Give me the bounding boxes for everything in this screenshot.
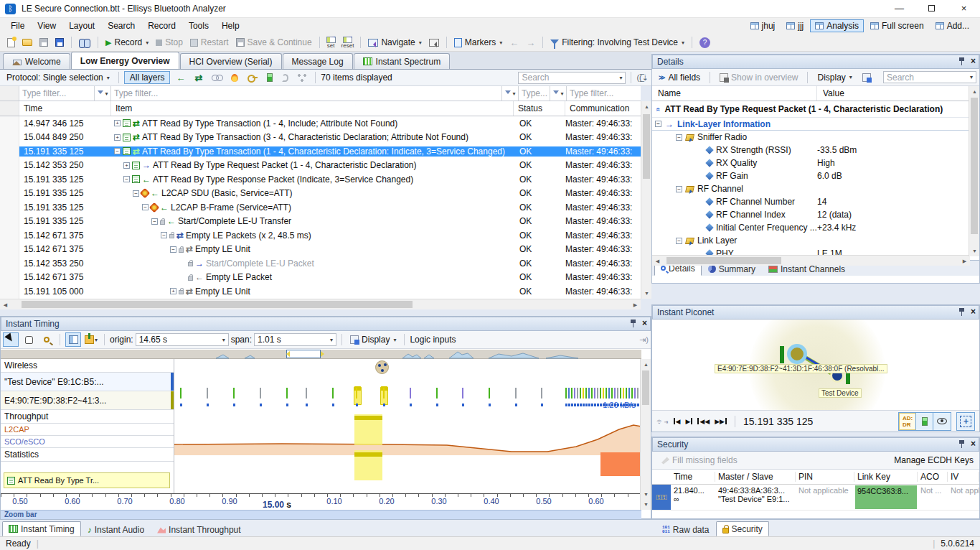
column-header-status[interactable]: Status: [514, 101, 565, 116]
table-row[interactable]: 15.191 335 125 − ← L2CAP SDU (Basic, Ser…: [0, 187, 641, 201]
menu-item[interactable]: Layout: [62, 19, 101, 32]
timing-lane-label[interactable]: SCO/eSCO: [1, 436, 174, 448]
expand-toggle-icon[interactable]: +: [114, 134, 121, 141]
expand-toggle-icon[interactable]: −: [676, 134, 682, 141]
save-as-button[interactable]: [52, 37, 67, 48]
panel-close-icon[interactable]: ×: [642, 318, 647, 328]
details-row[interactable]: − Sniffer Radio: [652, 131, 979, 144]
expand-toggle-icon[interactable]: +: [170, 288, 176, 294]
audio-button[interactable]: [278, 73, 292, 83]
filtering-button[interactable]: Filtering: Involving Test Device▾: [547, 36, 687, 49]
display-button[interactable]: Display▾: [347, 332, 399, 347]
columns-button[interactable]: [65, 332, 81, 347]
menu-item[interactable]: View: [31, 19, 62, 32]
details-header-row[interactable]: « ATT Read By Type Request Packet (1 - 4…: [652, 101, 979, 118]
expand-toggle-icon[interactable]: −: [142, 204, 149, 210]
display-button[interactable]: Display▾: [814, 72, 855, 83]
table-horizontal-scrollbar[interactable]: ◀ ▶: [0, 299, 641, 309]
status-filter-input[interactable]: Type...: [519, 86, 550, 101]
column-header-time[interactable]: Time: [19, 101, 111, 116]
all-fields-button[interactable]: ≫All fields: [655, 72, 704, 83]
bottom-tab[interactable]: Instant Throughput: [151, 523, 248, 536]
markers-button[interactable]: Markers▾: [451, 36, 505, 49]
alert-button[interactable]: [227, 73, 242, 83]
details-row[interactable]: RF Channel Index 12 (data): [652, 208, 979, 221]
zoom-bar[interactable]: Zoom bar: [1, 510, 641, 519]
details-row[interactable]: − RF Channel: [652, 182, 979, 195]
layout-button[interactable]: Add...: [930, 19, 974, 32]
new-file-button[interactable]: [4, 37, 18, 49]
last-event-button[interactable]: ▶▶: [715, 418, 727, 425]
name-column-header[interactable]: Name: [652, 86, 817, 101]
visibility-toggle-button[interactable]: [933, 413, 951, 430]
table-row[interactable]: 15.191 335 125 − ← Start/Complete LE-U T…: [0, 215, 641, 229]
battery-toggle-button[interactable]: [916, 413, 933, 430]
bottom-tab[interactable]: Security: [716, 521, 769, 536]
security-column-header[interactable]: IV: [948, 472, 979, 482]
restart-button[interactable]: Restart: [187, 36, 232, 49]
all-layers-button[interactable]: All layers: [124, 71, 171, 84]
zoom-tool-button[interactable]: [39, 332, 55, 347]
menu-item[interactable]: Record: [141, 19, 182, 32]
zoom-window-handle[interactable]: [286, 350, 321, 358]
details-row[interactable]: RF Gain 6.0 dB: [652, 169, 979, 182]
table-vertical-scrollbar[interactable]: ▲ ▼: [641, 101, 651, 299]
set-button[interactable]: set: [324, 37, 338, 49]
navigate-button[interactable]: Navigate▾: [365, 36, 424, 49]
back-button[interactable]: ←: [507, 36, 522, 50]
expand-toggle-icon[interactable]: −: [676, 238, 682, 244]
reset-button[interactable]: reset: [339, 37, 357, 49]
address-toggle-button[interactable]: AD:DR: [899, 413, 916, 430]
layout-button[interactable]: Full screen: [865, 19, 929, 32]
timing-overview-strip[interactable]: [1, 350, 641, 359]
bottom-tab[interactable]: Instant Timing: [2, 521, 81, 536]
record-button[interactable]: ▶Record▾: [103, 36, 151, 49]
details-row[interactable]: RX Quality High: [652, 157, 979, 169]
layout-button[interactable]: jjj: [781, 19, 809, 32]
table-row[interactable]: 15.191 335 125 − ← ATT Read By Type Resp…: [0, 172, 641, 187]
expand-toggle-icon[interactable]: −: [133, 190, 139, 197]
menu-item[interactable]: File: [4, 19, 31, 32]
pan-tool-button[interactable]: [21, 332, 37, 347]
maximize-button[interactable]: [915, 0, 948, 18]
show-in-overview-button[interactable]: Show in overview: [716, 72, 801, 83]
live-follow-icon[interactable]: ᯤ⇥: [656, 417, 669, 426]
table-row[interactable]: 15.191 335 125 − ⇄ ATT Read By Type Tran…: [0, 144, 641, 159]
document-tab[interactable]: HCI Overview (Serial): [180, 53, 282, 69]
link-button[interactable]: [208, 74, 225, 81]
wifi-skip-icon[interactable]: ⇥): [639, 335, 649, 345]
table-row[interactable]: 15.044 849 250 + ⇄ ATT Read By Type Tran…: [0, 131, 641, 145]
timing-lane-label[interactable]: Throughput: [1, 410, 174, 424]
marker-drop-button[interactable]: ▾: [83, 332, 99, 347]
menu-item[interactable]: Search: [101, 19, 141, 32]
menu-item[interactable]: Help: [215, 19, 246, 32]
open-file-button[interactable]: [19, 37, 35, 47]
security-column-header[interactable]: Master / Slave: [715, 472, 796, 482]
manage-ecdh-keys-button[interactable]: Manage ECDH Keys: [894, 455, 974, 465]
table-row[interactable]: 15.142 671 375 ← Empty LE Packet OK Mast…: [0, 271, 641, 285]
time-filter-funnel[interactable]: ▾: [95, 86, 111, 101]
comm-filter-input[interactable]: Type filter...: [567, 86, 641, 101]
document-tab[interactable]: Instant Spectrum: [354, 53, 451, 69]
details-row[interactable]: − → Link-Layer Information: [652, 118, 979, 131]
timing-lane-label[interactable]: Statistics: [1, 448, 174, 462]
timing-lane-label[interactable]: E4:90:7E:9D:38:F2~41:3...: [1, 391, 174, 410]
table-row[interactable]: 15.142 671 375 − ⇄ Empty LE Packets (x 2…: [0, 228, 641, 243]
fill-missing-button[interactable]: Fill missing fields: [658, 455, 741, 466]
swap-arrows-button[interactable]: ⇄: [191, 72, 206, 84]
select-tool-button[interactable]: [3, 332, 19, 347]
master-node[interactable]: [787, 344, 807, 364]
details-search-input[interactable]: Search▾: [883, 71, 976, 83]
zoom-handle-right[interactable]: [321, 351, 327, 357]
expand-toggle-icon[interactable]: −: [151, 218, 158, 225]
antenna-icon[interactable]: ((̲̅⇣: [636, 73, 649, 83]
origin-combo[interactable]: 14.65 s▾: [136, 333, 229, 346]
pin-icon[interactable]: [958, 57, 965, 65]
item-filter-input[interactable]: Type filter...: [111, 86, 502, 101]
next-event-button[interactable]: ▶: [685, 418, 692, 425]
details-vertical-scrollbar[interactable]: ▲ ▼: [969, 86, 979, 256]
time-filter-input[interactable]: Type filter...: [19, 86, 95, 101]
help-button[interactable]: ?: [697, 36, 713, 50]
menu-item[interactable]: Tools: [182, 19, 215, 32]
expand-toggle-icon[interactable]: −: [170, 246, 176, 253]
